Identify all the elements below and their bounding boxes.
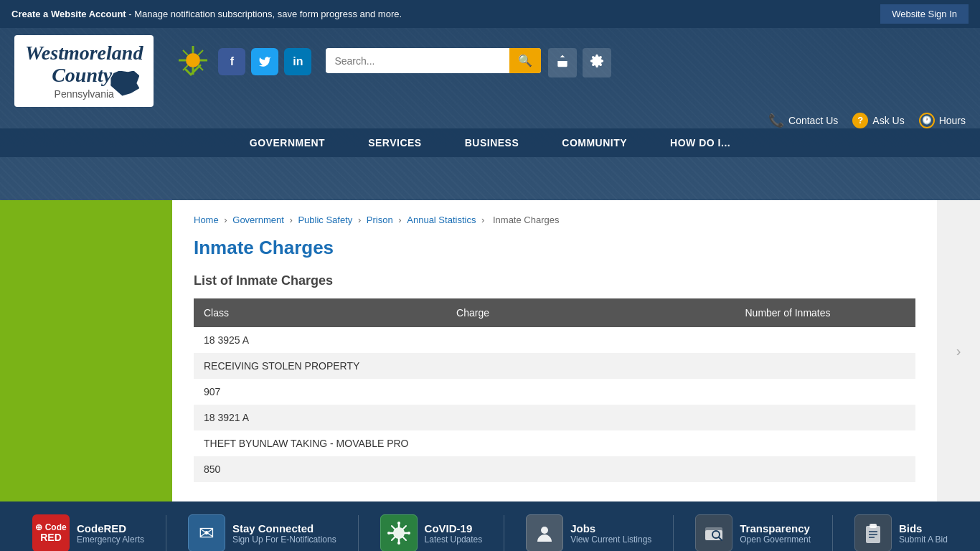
search-button[interactable]: 🔍 [509, 48, 541, 73]
col-charge: Charge [446, 298, 735, 327]
person-icon [526, 514, 563, 551]
right-panel: › [937, 200, 980, 501]
cell-count [735, 405, 915, 430]
account-sub: - Manage notification subscriptions, sav… [128, 9, 402, 19]
main-content: Home › Government › Public Safety › Pris… [172, 200, 937, 501]
breadcrumb-government[interactable]: Government [232, 215, 284, 225]
cell-count [735, 430, 915, 456]
breadcrumb: Home › Government › Public Safety › Pris… [194, 215, 915, 225]
nav-business[interactable]: BUSINESS [443, 128, 541, 157]
cell-class: RECEIVING STOLEN PROPERTY [194, 353, 446, 379]
community-icon [175, 42, 211, 81]
breadcrumb-public-safety[interactable]: Public Safety [298, 215, 352, 225]
breadcrumb-home[interactable]: Home [194, 215, 219, 225]
facebook-button[interactable]: f [218, 48, 245, 75]
account-link[interactable]: Create a Website Account [11, 9, 126, 19]
clock-icon: 🕐 [919, 113, 935, 128]
svg-line-15 [402, 537, 406, 540]
header-top-row: Westmoreland County, Pennsylvania [0, 28, 980, 107]
hours-link[interactable]: 🕐 Hours [919, 113, 966, 128]
breadcrumb-prison[interactable]: Prison [367, 215, 393, 225]
footer-divider-1 [166, 515, 166, 551]
nav-how-do-i[interactable]: HOW DO I... [649, 128, 752, 157]
codered-icon: ⊕ Code RED [32, 514, 70, 551]
table-body: 18 3925 A RECEIVING STOLEN PROPERTY 907 … [194, 327, 915, 482]
header-content: Westmoreland County, Pennsylvania [0, 28, 980, 200]
footer: ⊕ Code RED CodeRED Emergency Alerts ✉ St… [0, 501, 980, 551]
footer-divider-2 [358, 515, 359, 551]
transparency-text: Transparency Open Government [740, 522, 811, 545]
search-input[interactable] [326, 50, 509, 72]
breadcrumb-annual-stats[interactable]: Annual Statistics [407, 215, 476, 225]
site-logo[interactable]: Westmoreland County, Pennsylvania [14, 35, 154, 107]
ask-label: Ask Us [872, 115, 904, 126]
footer-codered[interactable]: ⊕ Code RED CodeRED Emergency Alerts [32, 514, 144, 551]
nav-community[interactable]: COMMUNITY [540, 128, 649, 157]
ask-link[interactable]: ? Ask Us [852, 113, 904, 128]
nav-government[interactable]: GOVERNMENT [228, 128, 347, 157]
breadcrumb-sep-3: › [358, 215, 364, 225]
jobs-text: Jobs View Current Listings [570, 522, 651, 545]
svg-point-18 [397, 522, 400, 524]
col-inmates: Number of Inmates [735, 298, 915, 327]
breadcrumb-sep-1: › [224, 215, 230, 225]
utility-links: 📞 Contact Us ? Ask Us 🕐 Hours [0, 107, 980, 128]
cell-count [735, 353, 915, 379]
cell-charge [446, 430, 735, 456]
hours-label: Hours [939, 115, 966, 126]
codered-text: CodeRED Emergency Alerts [77, 522, 144, 545]
svg-line-7 [198, 50, 203, 55]
cell-count [735, 456, 915, 482]
sign-in-button[interactable]: Website Sign In [880, 4, 969, 24]
table-row: 18 3925 A [194, 327, 915, 353]
table-row: 850 [194, 456, 915, 482]
share-button[interactable] [548, 48, 577, 77]
contact-link[interactable]: 📞 Contact Us [768, 113, 838, 128]
svg-line-16 [402, 526, 406, 529]
section-title: List of Inmate Charges [194, 273, 915, 288]
footer-divider-4 [673, 515, 674, 551]
footer-transparency[interactable]: Transparency Open Government [695, 514, 811, 551]
magnify-icon [695, 514, 732, 551]
envelope-icon: ✉ [188, 514, 225, 551]
account-message: Create a Website Account - Manage notifi… [11, 9, 402, 19]
twitter-button[interactable] [251, 48, 278, 75]
social-icons: f in [218, 48, 311, 75]
breadcrumb-sep-4: › [398, 215, 404, 225]
breadcrumb-sep-5: › [481, 215, 487, 225]
svg-point-22 [541, 527, 548, 534]
footer-covid[interactable]: CoVID-19 Latest Updates [380, 514, 483, 551]
top-bar: Create a Website Account - Manage notifi… [0, 0, 980, 28]
cell-class: 907 [194, 379, 446, 405]
table-row: 18 3921 A [194, 405, 915, 430]
svg-rect-28 [870, 524, 877, 528]
footer-bids[interactable]: Bids Submit A Bid [854, 514, 948, 551]
phone-icon: 📞 [768, 113, 784, 128]
cell-class: 850 [194, 456, 446, 482]
page-title: Inmate Charges [194, 237, 915, 259]
cell-class: 18 3921 A [194, 405, 446, 430]
col-class: Class [194, 298, 446, 327]
cell-class: THEFT BYUNLAW TAKING - MOVABLE PRO [194, 430, 446, 456]
footer-jobs[interactable]: Jobs View Current Listings [526, 514, 651, 551]
svg-point-20 [387, 532, 390, 534]
svg-line-17 [392, 537, 395, 540]
contact-label: Contact Us [788, 115, 838, 126]
stay-connected-text: Stay Connected Sign Up For E-Notificatio… [232, 522, 336, 545]
footer-stay-connected[interactable]: ✉ Stay Connected Sign Up For E-Notificat… [188, 514, 336, 551]
search-container: 🔍 [326, 48, 541, 73]
nav-bar: GOVERNMENT SERVICES BUSINESS COMMUNITY H… [0, 128, 980, 157]
settings-button[interactable] [583, 48, 611, 77]
cell-charge [446, 353, 735, 379]
page-body: Home › Government › Public Safety › Pris… [0, 200, 980, 501]
svg-line-14 [392, 526, 395, 529]
cell-charge [446, 405, 735, 430]
nav-services[interactable]: SERVICES [347, 128, 443, 157]
covid-text: CoVID-19 Latest Updates [425, 522, 483, 545]
linkedin-button[interactable]: in [284, 48, 311, 75]
scroll-right-icon[interactable]: › [956, 343, 961, 359]
breadcrumb-current: Inmate Charges [493, 215, 560, 225]
cell-count [735, 379, 915, 405]
svg-point-21 [407, 532, 410, 534]
footer-divider-5 [832, 515, 833, 551]
